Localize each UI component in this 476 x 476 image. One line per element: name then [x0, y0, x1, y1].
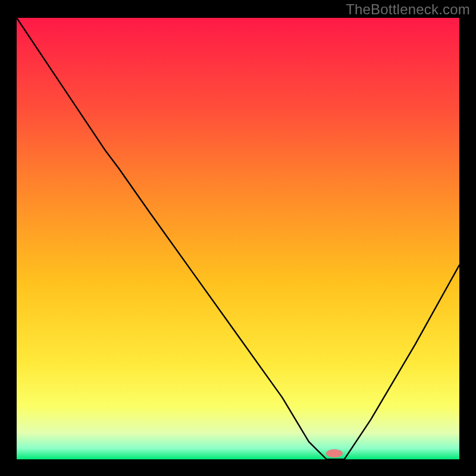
bottleneck-chart — [0, 0, 476, 476]
chart-frame: TheBottleneck.com — [0, 0, 476, 476]
watermark-text: TheBottleneck.com — [346, 1, 470, 18]
plot-background — [17, 18, 459, 459]
optimal-marker — [326, 449, 343, 458]
